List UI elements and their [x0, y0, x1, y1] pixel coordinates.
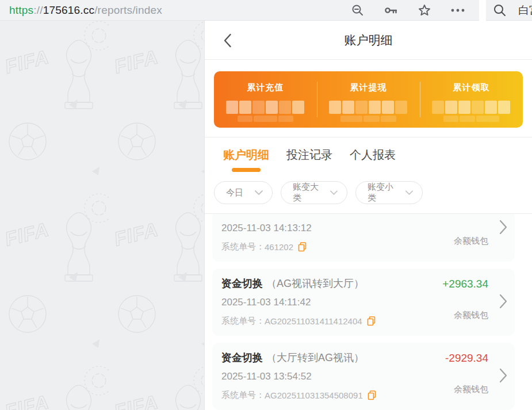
filter-label: 账变小类	[368, 182, 400, 204]
transaction-subtitle: （大厅转到AG视讯）	[266, 352, 364, 363]
url-scheme: https	[9, 4, 33, 16]
topbar-search-area[interactable]: 白宫	[486, 0, 532, 21]
chevron-down-icon	[330, 190, 338, 196]
filter-label: 今日	[226, 187, 243, 198]
summary-section: 累计充值 累计提现 累计领取	[205, 60, 532, 137]
fifa-pattern-svg: FIFA	[0, 21, 204, 410]
filter-bar: 今日 账变大类 账变小类	[205, 178, 532, 213]
search-icon[interactable]	[493, 3, 507, 17]
serial-number: AG202511031354508091	[265, 390, 363, 400]
chevron-right-icon	[499, 220, 507, 237]
chevron-right-icon	[499, 368, 507, 385]
summary-label: 累计充值	[214, 82, 317, 93]
transaction-row[interactable]: 资金切换（AG视讯转到大厅） +2963.34 2025-11-03 14:11…	[212, 269, 515, 336]
transaction-title: 资金切换（AG视讯转到大厅）	[221, 278, 364, 289]
tab-account-detail[interactable]: 账户明细	[223, 147, 269, 172]
fifa-watermark-background: FIFA	[0, 21, 204, 410]
redacted-value	[329, 101, 407, 122]
summary-label: 累计提现	[317, 82, 420, 93]
summary-card: 累计充值 累计提现 累计领取	[214, 71, 523, 128]
zoom-out-icon[interactable]	[351, 3, 365, 17]
redacted-value	[432, 101, 510, 122]
bookmark-star-icon[interactable]	[418, 3, 431, 17]
serial-prefix: 系统单号：	[221, 242, 265, 252]
transaction-title: 资金切换（大厅转到AG视讯）	[221, 352, 364, 363]
page-title: 账户明细	[205, 32, 532, 48]
filter-major-type-dropdown[interactable]: 账变大类	[281, 181, 347, 204]
serial-prefix: 系统单号：	[221, 316, 265, 327]
topbar-gap	[479, 0, 486, 21]
copy-icon[interactable]	[367, 316, 376, 326]
redacted-value	[226, 101, 304, 122]
tab-personal-report[interactable]: 个人报表	[350, 147, 396, 163]
account-detail-panel: 账户明细 累计充值 累计提现	[204, 21, 532, 410]
chevron-down-icon	[405, 190, 413, 196]
transaction-datetime: 2025-11-03 13:54:52	[221, 371, 506, 382]
transaction-row[interactable]: -2900.00 2025-11-03 14:13:12 系统单号： 46120…	[212, 214, 515, 262]
url-path: /reports/index	[94, 4, 162, 16]
serial-prefix: 系统单号：	[221, 390, 265, 401]
chevron-down-icon	[255, 190, 263, 196]
transaction-datetime: 2025-11-03 14:13:12	[221, 223, 506, 234]
transaction-amount: +2963.34	[442, 278, 488, 290]
summary-total-deposit: 累计充值	[214, 71, 317, 128]
tab-bar: 账户明细 投注记录 个人报表	[205, 137, 532, 178]
transaction-subtitle: （AG视讯转到大厅）	[266, 278, 364, 289]
app-header: 账户明细	[205, 21, 532, 60]
tab-bet-records[interactable]: 投注记录	[286, 147, 332, 163]
transaction-list: -2900.00 2025-11-03 14:13:12 系统单号： 46120…	[205, 214, 532, 410]
serial-number: AG202511031411412404	[265, 316, 362, 326]
transaction-amount: -2900.00	[445, 214, 488, 216]
more-menu-icon[interactable]	[450, 8, 465, 13]
page-url[interactable]: https://175616.cc/reports/index	[9, 4, 162, 17]
transaction-row[interactable]: 资金切换（大厅转到AG视讯） -2929.34 2025-11-03 13:54…	[212, 343, 515, 410]
filter-date-dropdown[interactable]: 今日	[214, 181, 273, 204]
filter-minor-type-dropdown[interactable]: 账变小类	[355, 181, 423, 204]
browser-topbar: https://175616.cc/reports/index	[0, 0, 532, 21]
wallet-label: 余额钱包	[454, 384, 488, 395]
copy-icon[interactable]	[368, 390, 376, 400]
transaction-amount: -2929.34	[445, 352, 488, 365]
password-key-icon[interactable]	[384, 3, 399, 17]
chevron-right-icon	[499, 294, 507, 311]
summary-total-withdraw: 累计提现	[317, 71, 420, 128]
copy-icon[interactable]	[298, 242, 307, 252]
summary-label: 累计领取	[420, 82, 523, 93]
wallet-label: 余额钱包	[454, 310, 488, 321]
url-separator: ://	[33, 4, 43, 16]
serial-number: 461202	[265, 242, 293, 252]
topbar-search-text: 白宫	[518, 3, 532, 18]
url-host: 175616.cc	[43, 4, 94, 16]
address-bar[interactable]: https://175616.cc/reports/index	[0, 0, 479, 21]
transaction-datetime: 2025-11-03 14:11:42	[221, 297, 506, 308]
summary-total-claim: 累计领取	[420, 71, 523, 128]
filter-label: 账变大类	[293, 182, 324, 204]
wallet-label: 余额钱包	[454, 236, 488, 247]
